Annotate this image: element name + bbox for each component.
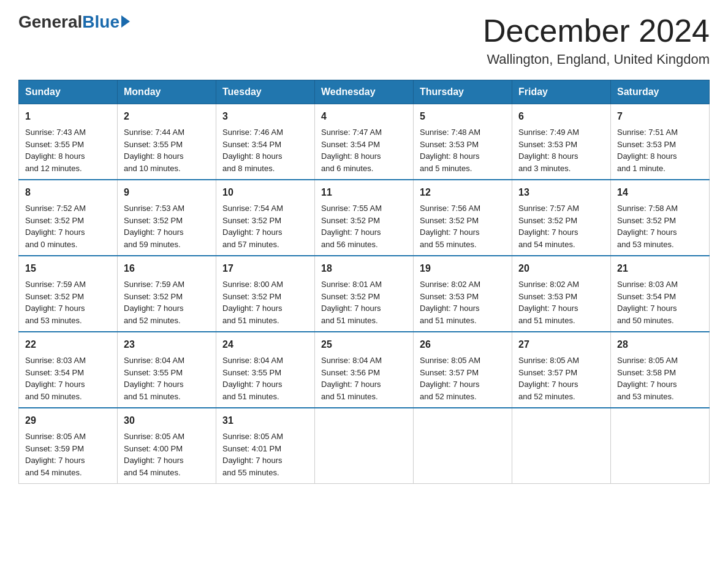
day-number: 21: [617, 261, 703, 276]
daylight-duration: and 54 minutes.: [124, 467, 210, 479]
sunset-line: Sunset: 3:55 PM: [124, 367, 210, 379]
day-info: Sunrise: 7:49 AMSunset: 3:53 PMDaylight:…: [518, 126, 604, 174]
calendar-cell-w2-d1: 8Sunrise: 7:52 AMSunset: 3:52 PMDaylight…: [19, 180, 118, 256]
sunset-line: Sunset: 3:53 PM: [617, 139, 703, 151]
daylight-label: Daylight: 7 hours: [124, 454, 210, 467]
sunset-line: Sunset: 3:55 PM: [25, 139, 111, 151]
sunrise-line: Sunrise: 7:59 AM: [25, 278, 111, 291]
day-number: 15: [25, 261, 111, 276]
sunrise-line: Sunrise: 8:03 AM: [617, 278, 703, 291]
day-number: 3: [222, 109, 308, 124]
day-number: 30: [124, 413, 210, 428]
sunrise-line: Sunrise: 7:57 AM: [518, 202, 604, 215]
daylight-label: Daylight: 7 hours: [124, 226, 210, 239]
sunset-line: Sunset: 3:52 PM: [124, 215, 210, 227]
day-info: Sunrise: 8:03 AMSunset: 3:54 PMDaylight:…: [25, 354, 111, 402]
sunrise-line: Sunrise: 8:04 AM: [321, 354, 407, 367]
calendar-cell-w3-d5: 19Sunrise: 8:02 AMSunset: 3:53 PMDayligh…: [414, 256, 512, 332]
header-monday: Monday: [118, 80, 216, 104]
page-header: General Blue December 2024 Wallington, E…: [18, 12, 710, 67]
day-info: Sunrise: 8:05 AMSunset: 3:57 PMDaylight:…: [420, 354, 506, 402]
calendar-cell-w2-d4: 11Sunrise: 7:55 AMSunset: 3:52 PMDayligh…: [315, 180, 414, 256]
daylight-label: Daylight: 7 hours: [321, 378, 407, 391]
sunrise-line: Sunrise: 8:02 AM: [420, 278, 506, 291]
header-thursday: Thursday: [414, 80, 512, 104]
daylight-label: Daylight: 7 hours: [124, 302, 210, 315]
daylight-label: Daylight: 7 hours: [518, 378, 604, 391]
daylight-label: Daylight: 8 hours: [321, 150, 407, 163]
calendar-cell-w4-d7: 28Sunrise: 8:05 AMSunset: 3:58 PMDayligh…: [611, 332, 710, 408]
day-info: Sunrise: 8:04 AMSunset: 3:55 PMDaylight:…: [124, 354, 210, 402]
sunset-line: Sunset: 3:52 PM: [222, 215, 308, 227]
daylight-duration: and 6 minutes.: [321, 163, 407, 175]
sunrise-line: Sunrise: 7:59 AM: [124, 278, 210, 291]
sunset-line: Sunset: 3:52 PM: [518, 215, 604, 227]
day-number: 2: [124, 109, 210, 124]
day-number: 5: [420, 109, 506, 124]
day-number: 14: [617, 185, 703, 200]
sunset-line: Sunset: 3:55 PM: [124, 139, 210, 151]
calendar-cell-w3-d2: 16Sunrise: 7:59 AMSunset: 3:52 PMDayligh…: [118, 256, 216, 332]
logo-triangle-icon: [121, 15, 130, 28]
daylight-label: Daylight: 7 hours: [25, 454, 111, 467]
daylight-duration: and 0 minutes.: [25, 239, 111, 251]
daylight-duration: and 53 minutes.: [25, 315, 111, 327]
day-number: 7: [617, 109, 703, 124]
day-number: 9: [124, 185, 210, 200]
daylight-duration: and 51 minutes.: [518, 315, 604, 327]
sunrise-line: Sunrise: 7:43 AM: [25, 126, 111, 139]
day-info: Sunrise: 7:54 AMSunset: 3:52 PMDaylight:…: [222, 202, 308, 250]
sunset-line: Sunset: 3:52 PM: [25, 215, 111, 227]
day-info: Sunrise: 8:02 AMSunset: 3:53 PMDaylight:…: [420, 278, 506, 326]
sunset-line: Sunset: 3:59 PM: [25, 443, 111, 455]
weekday-header-row: Sunday Monday Tuesday Wednesday Thursday…: [19, 80, 710, 104]
sunset-line: Sunset: 4:01 PM: [222, 443, 308, 455]
daylight-label: Daylight: 8 hours: [25, 150, 111, 163]
day-number: 11: [321, 185, 407, 200]
day-info: Sunrise: 8:05 AMSunset: 4:01 PMDaylight:…: [222, 431, 308, 478]
daylight-label: Daylight: 8 hours: [420, 150, 506, 163]
day-info: Sunrise: 8:04 AMSunset: 3:56 PMDaylight:…: [321, 354, 407, 402]
day-info: Sunrise: 8:05 AMSunset: 4:00 PMDaylight:…: [124, 431, 210, 478]
sunset-line: Sunset: 3:54 PM: [25, 367, 111, 379]
sunset-line: Sunset: 3:54 PM: [617, 291, 703, 303]
sunrise-line: Sunrise: 7:54 AM: [222, 202, 308, 215]
sunset-line: Sunset: 3:57 PM: [420, 367, 506, 379]
daylight-label: Daylight: 8 hours: [518, 150, 604, 163]
day-number: 28: [617, 337, 703, 352]
calendar-cell-w3-d4: 18Sunrise: 8:01 AMSunset: 3:52 PMDayligh…: [315, 256, 414, 332]
sunset-line: Sunset: 3:52 PM: [25, 291, 111, 303]
daylight-duration: and 53 minutes.: [617, 239, 703, 251]
daylight-label: Daylight: 8 hours: [617, 150, 703, 163]
sunrise-line: Sunrise: 7:47 AM: [321, 126, 407, 139]
daylight-duration: and 52 minutes.: [518, 391, 604, 403]
calendar-cell-w5-d5: [414, 408, 512, 484]
day-info: Sunrise: 7:43 AMSunset: 3:55 PMDaylight:…: [25, 126, 111, 174]
sunset-line: Sunset: 3:52 PM: [124, 291, 210, 303]
day-number: 4: [321, 109, 407, 124]
day-info: Sunrise: 7:52 AMSunset: 3:52 PMDaylight:…: [25, 202, 111, 250]
day-info: Sunrise: 8:03 AMSunset: 3:54 PMDaylight:…: [617, 278, 703, 326]
day-info: Sunrise: 8:05 AMSunset: 3:57 PMDaylight:…: [518, 354, 604, 402]
day-info: Sunrise: 7:48 AMSunset: 3:53 PMDaylight:…: [420, 126, 506, 174]
daylight-duration: and 1 minute.: [617, 163, 703, 175]
daylight-duration: and 59 minutes.: [124, 239, 210, 251]
day-number: 24: [222, 337, 308, 352]
calendar-cell-w3-d7: 21Sunrise: 8:03 AMSunset: 3:54 PMDayligh…: [611, 256, 710, 332]
day-number: 16: [124, 261, 210, 276]
calendar-cell-w5-d2: 30Sunrise: 8:05 AMSunset: 4:00 PMDayligh…: [118, 408, 216, 484]
sunset-line: Sunset: 3:53 PM: [518, 291, 604, 303]
calendar-cell-w4-d4: 25Sunrise: 8:04 AMSunset: 3:56 PMDayligh…: [315, 332, 414, 408]
day-info: Sunrise: 7:53 AMSunset: 3:52 PMDaylight:…: [124, 202, 210, 250]
sunrise-line: Sunrise: 8:05 AM: [222, 431, 308, 443]
sunset-line: Sunset: 3:57 PM: [518, 367, 604, 379]
calendar-cell-w3-d6: 20Sunrise: 8:02 AMSunset: 3:53 PMDayligh…: [512, 256, 611, 332]
daylight-duration: and 57 minutes.: [222, 239, 308, 251]
day-info: Sunrise: 7:55 AMSunset: 3:52 PMDaylight:…: [321, 202, 407, 250]
logo: General Blue: [18, 12, 130, 32]
sunset-line: Sunset: 3:52 PM: [617, 215, 703, 227]
daylight-duration: and 51 minutes.: [321, 315, 407, 327]
daylight-duration: and 55 minutes.: [420, 239, 506, 251]
day-number: 13: [518, 185, 604, 200]
calendar-cell-w1-d1: 1Sunrise: 7:43 AMSunset: 3:55 PMDaylight…: [19, 104, 118, 180]
